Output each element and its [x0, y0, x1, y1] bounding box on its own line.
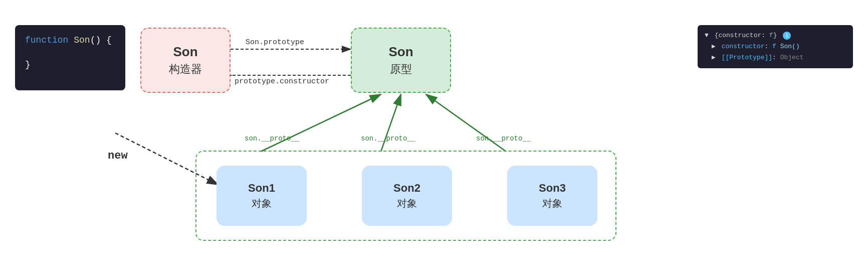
son1-subtitle: 对象: [252, 197, 272, 210]
console-text-1: {constructor:: [715, 32, 769, 39]
son2-box: Son2 对象: [362, 166, 452, 226]
son2-subtitle: 对象: [397, 197, 417, 210]
info-icon: i: [783, 32, 791, 40]
son2-proto-label: son.__proto__: [361, 134, 415, 143]
constructor-subtitle: 构造器: [169, 62, 202, 77]
svg-line-7: [426, 94, 506, 152]
code-funcname: Son: [74, 35, 90, 45]
son1-box: Son1 对象: [216, 166, 307, 226]
son2-title: Son2: [393, 182, 420, 195]
console-triangle-3: ▶: [712, 54, 716, 61]
console-triangle-2: ▶: [712, 43, 716, 50]
code-close-brace: }: [25, 60, 31, 70]
proto-constructor-label: prototype.constructor: [235, 77, 329, 86]
new-label: new: [108, 150, 128, 162]
son3-title: Son3: [539, 182, 566, 195]
svg-line-6: [381, 94, 401, 152]
son3-subtitle: 对象: [542, 197, 562, 210]
console-panel: ▼ {constructor: f} i ▶ constructor: f So…: [698, 25, 853, 68]
svg-line-5: [261, 94, 381, 152]
constructor-box: Son 构造器: [140, 28, 231, 93]
console-line-1: ▼ {constructor: f} i: [705, 30, 846, 41]
son-prototype-label: Son.prototype: [246, 38, 304, 47]
prototype-subtitle: 原型: [390, 62, 412, 77]
prototype-box: Son 原型: [351, 28, 451, 93]
console-line-2: ▶ constructor: f Son(): [705, 41, 846, 52]
console-line-3: ▶ [[Prototype]]: Object: [705, 52, 846, 63]
console-label-3: [[Prototype]]: [722, 54, 772, 61]
son1-title: Son1: [248, 182, 275, 195]
prototype-title: Son: [388, 44, 413, 60]
son3-proto-label: son.__proto__: [476, 134, 531, 143]
console-label-2: constructor: [722, 43, 765, 50]
son3-box: Son3 对象: [507, 166, 597, 226]
instance-container: Son1 对象 Son2 对象 Son3 对象: [195, 151, 616, 241]
console-triangle-1: ▼: [705, 32, 709, 39]
constructor-title: Son: [173, 44, 197, 60]
diagram-container: function Son() { } Son 构造器 Son.prototype…: [0, 0, 868, 273]
code-keyword: function: [25, 35, 68, 45]
code-block: function Son() { }: [15, 25, 125, 90]
son1-proto-label: son.__proto__: [245, 134, 299, 143]
